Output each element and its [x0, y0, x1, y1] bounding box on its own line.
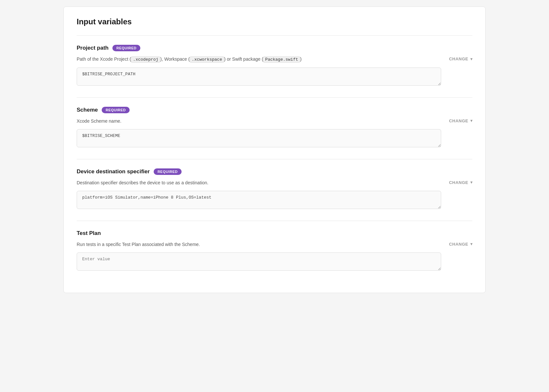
- section-header-scheme: SchemeREQUIRED: [77, 107, 472, 113]
- change-label-project-path: CHANGE: [449, 56, 468, 61]
- section-row-scheme: Xcode Scheme name.CHANGE▾: [77, 118, 472, 149]
- section-row-device-destination: Destination specifier describes the devi…: [77, 179, 472, 210]
- input-variables-panel: Input variables Project pathREQUIREDPath…: [63, 6, 486, 293]
- section-header-test-plan: Test Plan: [77, 230, 472, 237]
- section-description-scheme: Xcode Scheme name.: [77, 118, 441, 125]
- sections-container: Project pathREQUIREDPath of the Xcode Pr…: [77, 35, 472, 282]
- section-content-project-path: Path of the Xcode Project (.xcodeproj), …: [77, 56, 441, 87]
- required-badge-device-destination: REQUIRED: [154, 168, 182, 175]
- input-device-destination[interactable]: [77, 191, 441, 209]
- chevron-down-icon: ▾: [470, 242, 473, 246]
- required-badge-project-path: REQUIRED: [112, 45, 140, 51]
- section-content-device-destination: Destination specifier describes the devi…: [77, 179, 441, 210]
- section-row-project-path: Path of the Xcode Project (.xcodeproj), …: [77, 56, 472, 87]
- chevron-down-icon: ▾: [470, 57, 473, 61]
- section-content-test-plan: Run tests in a specific Test Plan associ…: [77, 241, 441, 272]
- section-description-project-path: Path of the Xcode Project (.xcodeproj), …: [77, 56, 441, 63]
- section-device-destination: Device destination specifierREQUIREDDest…: [77, 159, 472, 221]
- change-label-scheme: CHANGE: [449, 118, 468, 123]
- page-title: Input variables: [77, 17, 472, 26]
- change-label-device-destination: CHANGE: [449, 180, 468, 185]
- section-header-device-destination: Device destination specifierREQUIRED: [77, 168, 472, 175]
- section-project-path: Project pathREQUIREDPath of the Xcode Pr…: [77, 35, 472, 97]
- change-label-test-plan: CHANGE: [449, 242, 468, 247]
- change-button-test-plan[interactable]: CHANGE▾: [449, 242, 472, 247]
- section-content-scheme: Xcode Scheme name.: [77, 118, 441, 149]
- input-test-plan[interactable]: [77, 252, 441, 271]
- input-scheme[interactable]: [77, 129, 441, 147]
- section-row-test-plan: Run tests in a specific Test Plan associ…: [77, 241, 472, 272]
- section-title-project-path: Project path: [77, 45, 109, 51]
- section-description-device-destination: Destination specifier describes the devi…: [77, 179, 441, 186]
- section-title-device-destination: Device destination specifier: [77, 168, 150, 175]
- section-title-test-plan: Test Plan: [77, 230, 101, 237]
- section-header-project-path: Project pathREQUIRED: [77, 45, 472, 51]
- chevron-down-icon: ▾: [470, 180, 473, 185]
- chevron-down-icon: ▾: [470, 118, 473, 123]
- required-badge-scheme: REQUIRED: [102, 107, 130, 113]
- section-scheme: SchemeREQUIREDXcode Scheme name.CHANGE▾: [77, 97, 472, 159]
- change-button-device-destination[interactable]: CHANGE▾: [449, 180, 472, 185]
- section-description-test-plan: Run tests in a specific Test Plan associ…: [77, 241, 441, 248]
- change-button-project-path[interactable]: CHANGE▾: [449, 56, 472, 61]
- change-button-scheme[interactable]: CHANGE▾: [449, 118, 472, 123]
- section-test-plan: Test PlanRun tests in a specific Test Pl…: [77, 221, 472, 282]
- input-project-path[interactable]: [77, 67, 441, 86]
- section-title-scheme: Scheme: [77, 107, 98, 113]
